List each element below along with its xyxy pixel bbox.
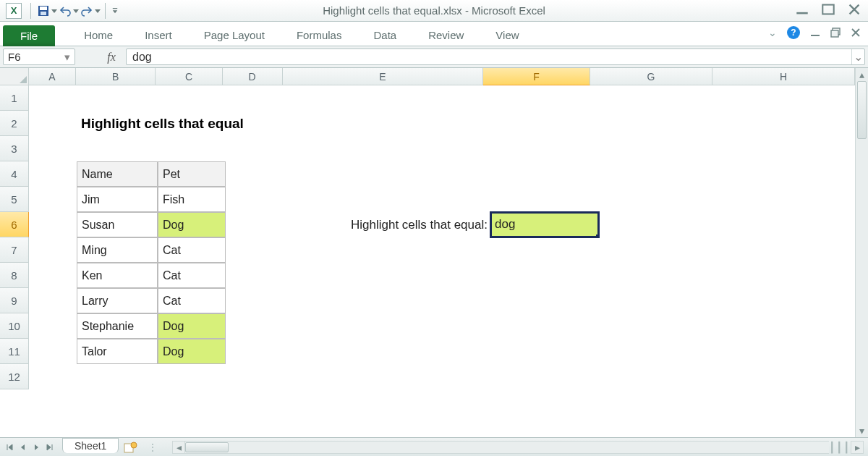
horizontal-scrollbar[interactable]: ◂ ┃┃┃ ▸ xyxy=(172,441,864,454)
row-header-3[interactable]: 3 xyxy=(0,136,29,161)
cell-value: Dog xyxy=(163,320,184,333)
cell-B7[interactable]: Ming xyxy=(77,237,158,263)
tab-review[interactable]: Review xyxy=(412,25,480,46)
cell-C11[interactable]: Dog xyxy=(158,339,226,364)
fx-icon[interactable]: fx xyxy=(98,51,124,64)
column-header-B[interactable]: B xyxy=(76,68,156,85)
row-header-7[interactable]: 7 xyxy=(0,237,29,263)
cell-C8[interactable]: Cat xyxy=(158,263,226,288)
qat-save-dropdown[interactable] xyxy=(51,3,57,19)
sheet-nav-prev-button[interactable] xyxy=(17,442,29,453)
cell-B11[interactable]: Talor xyxy=(77,339,158,364)
save-button[interactable] xyxy=(35,3,51,19)
window-title: Highlight cells that equal.xlsx - Micros… xyxy=(0,4,868,17)
cell-B2[interactable]: Highlight cells that equal xyxy=(77,111,359,136)
help-button[interactable]: ? xyxy=(787,26,800,39)
cell-B6[interactable]: Susan xyxy=(77,212,158,237)
doc-minimize-button[interactable] xyxy=(810,28,820,38)
row-header-1[interactable]: 1 xyxy=(0,85,29,111)
cell-C5[interactable]: Fish xyxy=(158,187,226,212)
vertical-scroll-thumb[interactable] xyxy=(857,81,867,139)
maximize-button[interactable] xyxy=(822,3,835,16)
horizontal-scroll-track[interactable] xyxy=(185,441,829,454)
cell-B5[interactable]: Jim xyxy=(77,187,158,212)
formula-expand-icon[interactable]: ⌄ xyxy=(851,49,864,64)
cell-B8[interactable]: Ken xyxy=(77,263,158,288)
row-header-6[interactable]: 6 xyxy=(0,212,29,237)
tab-data[interactable]: Data xyxy=(357,25,412,46)
cell-E6[interactable]: Highlight cells that equal: xyxy=(286,212,490,237)
tab-home[interactable]: Home xyxy=(68,25,129,46)
name-box-dropdown-icon[interactable]: ▾ xyxy=(64,51,70,64)
column-header-C[interactable]: C xyxy=(156,68,223,85)
scroll-up-button[interactable]: ▴ xyxy=(856,68,868,81)
name-box[interactable]: F6 ▾ xyxy=(3,48,75,65)
ribbon: File HomeInsertPage LayoutFormulasDataRe… xyxy=(0,22,868,46)
row-header-12[interactable]: 12 xyxy=(0,364,29,389)
cell-value: Pet xyxy=(163,168,180,181)
minimize-button[interactable] xyxy=(796,3,809,16)
undo-dropdown[interactable] xyxy=(73,3,79,19)
cell-value: Highlight cells that equal: xyxy=(351,218,488,232)
horizontal-scroll-thumb[interactable] xyxy=(185,442,229,452)
file-tab[interactable]: File xyxy=(3,25,55,46)
tab-view[interactable]: View xyxy=(480,25,535,46)
select-all-corner[interactable] xyxy=(0,68,29,85)
doc-restore-button[interactable] xyxy=(830,28,841,38)
scroll-left-button[interactable]: ◂ xyxy=(172,441,185,454)
qat-customize-dropdown[interactable] xyxy=(110,3,120,19)
column-header-E[interactable]: E xyxy=(283,68,484,85)
formula-input[interactable]: dog ⌄ xyxy=(126,48,865,65)
row-header-9[interactable]: 9 xyxy=(0,288,29,313)
cell-value: Talor xyxy=(82,345,107,358)
title-bar: X Highlight cells that equal.xlsx - Micr… xyxy=(0,0,868,22)
cell-C7[interactable]: Cat xyxy=(158,237,226,263)
cell-value: Highlight cells that equal xyxy=(81,116,244,132)
cell-value: Dog xyxy=(163,219,184,232)
tab-split-handle[interactable]: ⋮ xyxy=(139,442,168,453)
row-header-4[interactable]: 4 xyxy=(0,161,29,187)
new-sheet-button[interactable] xyxy=(123,441,139,454)
tab-formulas[interactable]: Formulas xyxy=(281,25,358,46)
cell-B4[interactable]: Name xyxy=(77,161,158,187)
vertical-scroll-track[interactable] xyxy=(856,81,868,424)
cell-C4[interactable]: Pet xyxy=(158,161,226,187)
row-header-10[interactable]: 10 xyxy=(0,313,29,339)
worksheet-grid[interactable]: ABCDEFGH 123456789101112 Highlight cells… xyxy=(0,68,868,437)
column-header-A[interactable]: A xyxy=(29,68,76,85)
cell-C6[interactable]: Dog xyxy=(158,212,226,237)
vertical-scrollbar[interactable]: ▴ ▾ xyxy=(855,68,868,437)
cell-value: Name xyxy=(82,168,113,181)
cell-B9[interactable]: Larry xyxy=(77,288,158,313)
column-header-F[interactable]: F xyxy=(483,68,590,85)
cell-value: Cat xyxy=(163,295,181,308)
row-header-2[interactable]: 2 xyxy=(0,111,29,136)
excel-logo-icon: X xyxy=(6,3,22,19)
cell-C10[interactable]: Dog xyxy=(158,313,226,339)
tab-page-layout[interactable]: Page Layout xyxy=(188,25,281,46)
cell-value: Ken xyxy=(82,269,102,282)
undo-button[interactable] xyxy=(57,3,73,19)
row-header-5[interactable]: 5 xyxy=(0,187,29,212)
redo-button[interactable] xyxy=(79,3,95,19)
column-header-H[interactable]: H xyxy=(712,68,855,85)
row-header-11[interactable]: 11 xyxy=(0,339,29,364)
redo-dropdown[interactable] xyxy=(95,3,101,19)
sheet-nav-last-button[interactable] xyxy=(43,442,55,453)
sheet-nav-next-button[interactable] xyxy=(30,442,42,453)
cell-B10[interactable]: Stephanie xyxy=(77,313,158,339)
column-header-G[interactable]: G xyxy=(590,68,712,85)
tab-insert[interactable]: Insert xyxy=(129,25,188,46)
cell-F6[interactable]: dog xyxy=(490,212,599,237)
cell-C9[interactable]: Cat xyxy=(158,288,226,313)
sheet-nav-first-button[interactable] xyxy=(4,442,16,453)
scroll-down-button[interactable]: ▾ xyxy=(856,424,868,437)
sheet-tab-sheet1[interactable]: Sheet1 xyxy=(62,438,119,453)
doc-close-button[interactable] xyxy=(851,28,861,38)
scroll-right-button[interactable]: ▸ xyxy=(851,441,864,454)
close-button[interactable] xyxy=(848,3,861,16)
horizontal-scroll-grip: ┃┃┃ xyxy=(829,442,851,453)
row-header-8[interactable]: 8 xyxy=(0,263,29,288)
ribbon-minimize-chevron-icon[interactable]: ⌄ xyxy=(768,27,777,38)
column-header-D[interactable]: D xyxy=(223,68,283,85)
